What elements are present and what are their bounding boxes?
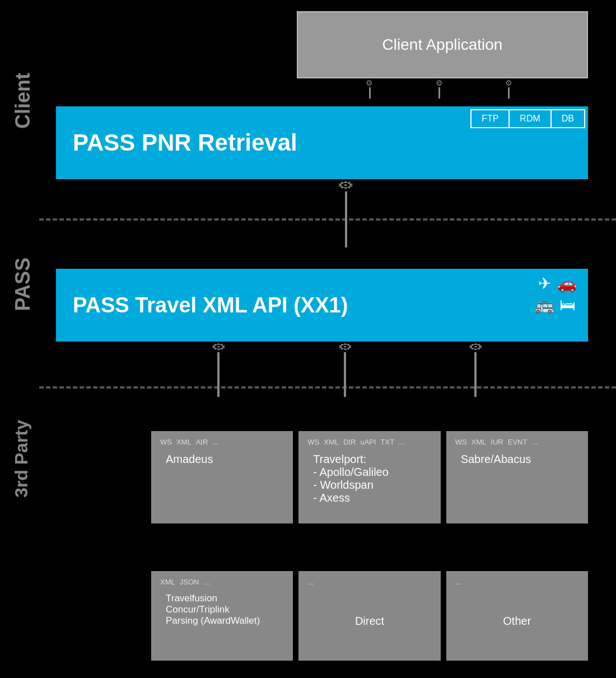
connector-pnr-line [345, 191, 347, 247]
travelport-content: Travelport: - Apollo/Galileo - Worldspan… [307, 453, 431, 504]
pnr-bar-title: PASS PNR Retrieval [73, 129, 297, 156]
plug-ftp-icon: ⚙ [366, 78, 374, 87]
other-tags: ... [455, 578, 579, 586]
direct-tag-dots: ... [307, 578, 314, 586]
amadeus-tag-ws: WS [160, 438, 172, 446]
travelport-tag-ws: WS [307, 438, 319, 446]
plug-rdm-line [438, 87, 440, 99]
other-box: ... Other [446, 571, 588, 661]
interface-ftp: FTP [472, 110, 510, 127]
plug-ftp: ⚙ [366, 78, 374, 99]
travelfusion-tag-dots: ... [203, 578, 209, 586]
sabre-tags: WS XML IUR EVNT ... [455, 438, 579, 446]
amadeus-tag-dots: ... [212, 438, 218, 446]
direct-box: ... Direct [298, 571, 440, 661]
transport-icons: ✈ 🚗 🚌 🛏 [535, 274, 577, 314]
travelport-tags: WS XML DIR uAPI TXT ... [307, 438, 431, 446]
sabre-tag-evnt: EVNT [508, 438, 528, 446]
connector-xml-center: ⚙ [341, 342, 349, 397]
pass-label: PASS [11, 258, 35, 311]
travelport-tag-txt: TXT [381, 438, 395, 446]
travelfusion-tag-xml: XML [160, 578, 175, 586]
xml-api-bar: PASS Travel XML API (XX1) [56, 269, 588, 342]
plug-db-line [508, 87, 510, 99]
direct-content: Direct [307, 593, 431, 649]
client-label: Client [11, 73, 35, 129]
third-party-row-2: XML JSON ... Travelfusion Concur/Triplin… [151, 571, 588, 661]
thirdparty-label: 3rd Party [11, 420, 32, 498]
travelport-tag-uapi: uAPI [360, 438, 376, 446]
plug-db-icon: ⚙ [505, 78, 512, 87]
plug-left-icon: ⚙ [211, 342, 226, 352]
plug-db: ⚙ [505, 78, 512, 99]
third-party-row-1: WS XML AIR ... Amadeus WS XML DIR uAPI T… [151, 431, 588, 523]
divider-line-1 [39, 218, 616, 221]
amadeus-tags: WS XML AIR ... [160, 438, 284, 446]
travelfusion-tag-json: JSON [180, 578, 199, 586]
xml-api-bar-title: PASS Travel XML API (XX1) [73, 293, 348, 317]
bus-icon: 🚌 [535, 296, 554, 314]
sabre-tag-dots: ... [531, 438, 538, 446]
sabre-tag-xml: XML [472, 438, 487, 446]
travelport-tag-dir: DIR [343, 438, 356, 446]
plug-connectors-top: ⚙ ⚙ ⚙ [335, 78, 543, 99]
sabre-box: WS XML IUR EVNT ... Sabre/Abacus [446, 431, 588, 523]
divider-line-2 [39, 386, 616, 389]
interface-boxes: FTP RDM DB [470, 109, 585, 128]
sabre-content: Sabre/Abacus [455, 453, 579, 466]
connector-left-line [217, 352, 220, 397]
interface-db: DB [552, 110, 584, 127]
travelfusion-tags: XML JSON ... [160, 578, 284, 586]
travelfusion-content: Travelfusion Concur/Triplink Parsing (Aw… [160, 593, 284, 626]
amadeus-box: WS XML AIR ... Amadeus [151, 431, 293, 523]
bed-icon: 🛏 [557, 296, 577, 314]
travelport-tag-dots: ... [399, 438, 405, 446]
travelfusion-box: XML JSON ... Travelfusion Concur/Triplin… [151, 571, 293, 661]
plug-middle-icon: ⚙ [337, 179, 356, 191]
plug-rdm: ⚙ [436, 78, 443, 99]
connector-xml-left: ⚙ [214, 342, 222, 397]
connector-right-line [474, 352, 477, 397]
plane-icon: ✈ [535, 274, 554, 293]
sabre-tag-ws: WS [455, 438, 467, 446]
client-app-title: Client Application [382, 36, 503, 54]
diagram-container: Client PASS 3rd Party Client Application… [0, 0, 616, 678]
plug-ftp-line [369, 87, 371, 99]
travelport-tag-xml: XML [324, 438, 339, 446]
connector-xml-right: ⚙ [472, 342, 479, 397]
plug-right-icon: ⚙ [468, 342, 483, 352]
direct-tags: ... [307, 578, 431, 586]
amadeus-content: Amadeus [160, 453, 284, 466]
interface-rdm: RDM [510, 110, 551, 127]
connector-pnr-to-xml: ⚙ [341, 179, 351, 247]
amadeus-tag-air: AIR [196, 438, 208, 446]
plug-rdm-icon: ⚙ [436, 78, 443, 87]
amadeus-tag-xml: XML [176, 438, 192, 446]
travelport-box: WS XML DIR uAPI TXT ... Travelport: - Ap… [298, 431, 440, 523]
other-content: Other [455, 593, 579, 649]
other-tag-dots: ... [455, 578, 461, 586]
car-icon: 🚗 [557, 274, 577, 293]
connector-center-line [344, 352, 346, 397]
plug-center-icon: ⚙ [337, 342, 353, 352]
client-app-box: Client Application [297, 11, 588, 78]
sabre-tag-iur: IUR [491, 438, 503, 446]
